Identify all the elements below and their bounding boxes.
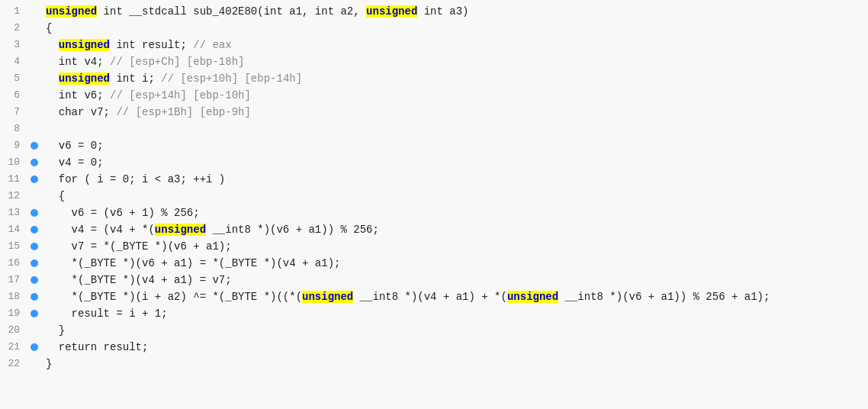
line-number: 6	[0, 87, 27, 104]
breakpoint-dot	[31, 293, 38, 301]
token: unsigned	[302, 291, 353, 303]
line-number: 14	[0, 221, 27, 238]
code-line: 1unsigned int __stdcall sub_402E80(int a…	[0, 3, 868, 20]
code-text: return result;	[41, 339, 868, 356]
token	[46, 72, 59, 85]
breakpoint-indicator[interactable]	[27, 276, 41, 284]
code-line: 11 for ( i = 0; i < a3; ++i )	[0, 171, 868, 188]
line-number: 13	[0, 204, 27, 221]
breakpoint-dot	[31, 243, 38, 250]
code-line: 13 v6 = (v6 + 1) % 256;	[0, 204, 868, 221]
token: v6 = (v6 + 1) % 256;	[46, 207, 200, 219]
line-number: 20	[0, 322, 27, 339]
code-line: 17 *(_BYTE *)(v4 + a1) = v7;	[0, 272, 868, 288]
breakpoint-indicator[interactable]	[27, 142, 41, 150]
code-text: }	[41, 356, 868, 372]
token: v4 = (v4 + *(	[46, 224, 155, 236]
code-text: int v4; // [esp+Ch] [ebp-18h]	[41, 53, 868, 70]
breakpoint-indicator[interactable]	[27, 226, 41, 233]
breakpoint-dot	[31, 142, 38, 150]
line-number: 18	[0, 288, 27, 305]
code-text: v6 = 0;	[41, 137, 868, 154]
token: v4 = 0;	[46, 156, 104, 169]
code-text: }	[41, 322, 868, 339]
token: // eax	[193, 39, 231, 51]
line-number: 9	[0, 137, 27, 154]
token: // [esp+10h] [ebp-14h]	[161, 72, 302, 85]
line-number: 12	[0, 188, 27, 204]
code-line: 21 return result;	[0, 339, 868, 356]
token: unsigned	[155, 224, 206, 236]
code-line: 4 int v4; // [esp+Ch] [ebp-18h]	[0, 53, 868, 70]
code-line: 20 }	[0, 322, 868, 339]
breakpoint-indicator[interactable]	[27, 209, 41, 217]
token: int __stdcall sub_402E80(int a1, int a2,	[97, 5, 366, 18]
code-text: v4 = (v4 + *(unsigned __int8 *)(v6 + a1)…	[41, 221, 868, 238]
breakpoint-indicator[interactable]	[27, 293, 41, 301]
code-line: 12 {	[0, 188, 868, 204]
token: *(_BYTE *)(i + a2) ^= *(_BYTE *)((*(	[46, 291, 302, 303]
code-text: char v7; // [esp+1Bh] [ebp-9h]	[41, 104, 868, 121]
token	[46, 39, 59, 51]
code-text: {	[41, 20, 868, 37]
code-line: 5 unsigned int i; // [esp+10h] [ebp-14h]	[0, 70, 868, 87]
token: }	[46, 358, 52, 370]
line-number: 17	[0, 272, 27, 288]
code-line: 3 unsigned int result; // eax	[0, 37, 868, 53]
code-line: 7 char v7; // [esp+1Bh] [ebp-9h]	[0, 104, 868, 121]
code-line: 19 result = i + 1;	[0, 305, 868, 322]
line-number: 1	[0, 3, 27, 20]
breakpoint-dot	[31, 159, 38, 166]
code-line: 22}	[0, 356, 868, 372]
line-number: 5	[0, 70, 27, 87]
token: __int8 *)(v4 + a1) + *(	[353, 291, 507, 303]
token: __int8 *)(v6 + a1)) % 256;	[206, 224, 379, 236]
token: *(_BYTE *)(v6 + a1) = *(_BYTE *)(v4 + a1…	[46, 257, 340, 269]
line-number: 15	[0, 238, 27, 255]
breakpoint-indicator[interactable]	[27, 159, 41, 166]
code-text: unsigned int i; // [esp+10h] [ebp-14h]	[41, 70, 868, 87]
token: __int8 *)(v6 + a1)) % 256 + a1);	[558, 291, 770, 303]
token: // [esp+1Bh] [ebp-9h]	[116, 106, 250, 118]
token: for ( i = 0; i < a3; ++i )	[46, 173, 225, 185]
code-text: *(_BYTE *)(v6 + a1) = *(_BYTE *)(v4 + a1…	[41, 255, 868, 272]
line-number: 22	[0, 356, 27, 372]
line-number: 2	[0, 20, 27, 37]
token: int result;	[110, 39, 193, 51]
token: {	[46, 22, 52, 34]
breakpoint-dot	[31, 209, 38, 217]
breakpoint-indicator[interactable]	[27, 176, 41, 183]
token: int i;	[110, 72, 161, 85]
token: result = i + 1;	[46, 308, 168, 320]
code-line: 6 int v6; // [esp+14h] [ebp-10h]	[0, 87, 868, 104]
line-number: 7	[0, 104, 27, 121]
code-text: v4 = 0;	[41, 154, 868, 171]
code-line: 10 v4 = 0;	[0, 154, 868, 171]
token: int v6;	[46, 89, 110, 101]
token: unsigned	[507, 291, 558, 303]
token: }	[46, 324, 65, 337]
line-number: 21	[0, 339, 27, 356]
code-text: result = i + 1;	[41, 305, 868, 322]
code-text: *(_BYTE *)(i + a2) ^= *(_BYTE *)((*(unsi…	[41, 288, 868, 305]
code-line: 16 *(_BYTE *)(v6 + a1) = *(_BYTE *)(v4 +…	[0, 255, 868, 272]
breakpoint-indicator[interactable]	[27, 310, 41, 317]
code-line: 15 v7 = *(_BYTE *)(v6 + a1);	[0, 238, 868, 255]
token: {	[46, 190, 65, 202]
code-text: *(_BYTE *)(v4 + a1) = v7;	[41, 272, 868, 288]
code-text: int v6; // [esp+14h] [ebp-10h]	[41, 87, 868, 104]
line-number: 16	[0, 255, 27, 272]
token: int a3)	[417, 5, 468, 18]
code-line: 14 v4 = (v4 + *(unsigned __int8 *)(v6 + …	[0, 221, 868, 238]
breakpoint-dot	[31, 259, 38, 267]
code-line: 18 *(_BYTE *)(i + a2) ^= *(_BYTE *)((*(u…	[0, 288, 868, 305]
token: // [esp+14h] [ebp-10h]	[110, 89, 251, 101]
token: unsigned	[59, 39, 110, 51]
code-text: v6 = (v6 + 1) % 256;	[41, 204, 868, 221]
breakpoint-indicator[interactable]	[27, 243, 41, 250]
token: unsigned	[366, 5, 417, 18]
breakpoint-indicator[interactable]	[27, 343, 41, 351]
breakpoint-indicator[interactable]	[27, 259, 41, 267]
code-text: for ( i = 0; i < a3; ++i )	[41, 171, 868, 188]
line-number: 19	[0, 305, 27, 322]
